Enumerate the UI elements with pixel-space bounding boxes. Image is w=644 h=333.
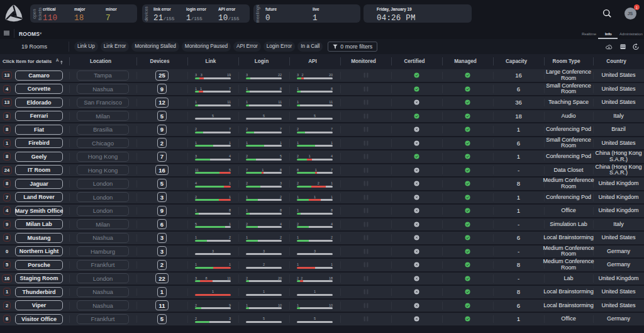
svg-text:A: A xyxy=(56,58,59,62)
